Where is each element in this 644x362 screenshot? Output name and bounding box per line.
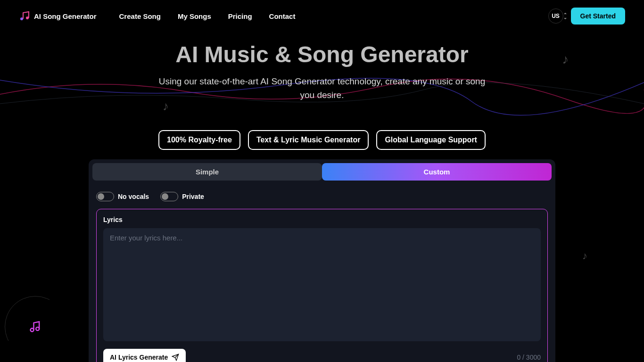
svg-point-2 [31, 329, 34, 332]
toggle-no-vocals-group: No vocals [96, 192, 149, 201]
logo-text: AI Song Generator [34, 12, 97, 20]
music-note-icon: ♪ [582, 250, 587, 262]
options-row: No vocals Private [89, 184, 555, 205]
nav-my-songs[interactable]: My Songs [178, 12, 211, 20]
hero-subtitle: Using our state-of-the-art AI Song Gener… [157, 75, 487, 102]
lyrics-footer: AI Lyrics Generate 0 / 3000 [103, 349, 541, 362]
header: AI Song Generator Create Song My Songs P… [0, 0, 644, 32]
hero-title: AI Music & Song Generator [0, 41, 644, 67]
nav: Create Song My Songs Pricing Contact [119, 12, 296, 20]
language-code: US [552, 13, 560, 19]
toggle-no-vocals-label: No vocals [118, 193, 149, 200]
toggle-private-label: Private [182, 193, 204, 200]
badge-text-lyric: Text & Lyric Music Generator [248, 130, 369, 150]
svg-point-3 [36, 327, 39, 330]
ai-generate-label: AI Lyrics Generate [110, 354, 168, 361]
send-icon [172, 354, 179, 361]
language-selector[interactable]: US [548, 8, 563, 24]
toggle-private-group: Private [160, 192, 204, 201]
nav-pricing[interactable]: Pricing [228, 12, 252, 20]
hero-section: AI Music & Song Generator Using our stat… [0, 32, 644, 116]
character-count: 0 / 3000 [517, 354, 541, 361]
nav-contact[interactable]: Contact [269, 12, 296, 20]
toggle-no-vocals[interactable] [96, 192, 114, 201]
get-started-button[interactable]: Get Started [571, 8, 625, 25]
logo[interactable]: AI Song Generator [19, 10, 97, 22]
header-right: US Get Started [548, 8, 625, 25]
generator-panel: Simple Custom No vocals Private Lyrics A… [89, 159, 555, 362]
mode-tabs: Simple Custom [89, 159, 555, 184]
lyrics-label: Lyrics [103, 216, 541, 223]
svg-point-1 [26, 16, 29, 19]
ai-lyrics-generate-button[interactable]: AI Lyrics Generate [103, 349, 186, 362]
toggle-private[interactable] [160, 192, 178, 201]
badge-global-language: Global Language Support [376, 130, 486, 150]
music-logo-icon [19, 10, 30, 22]
badge-royalty-free: 100% Royalty-free [158, 130, 240, 150]
feature-badges: 100% Royalty-free Text & Lyric Music Gen… [0, 130, 644, 150]
nav-create-song[interactable]: Create Song [119, 12, 161, 20]
lyrics-section: Lyrics AI Lyrics Generate 0 / 3000 [96, 209, 548, 362]
tab-simple[interactable]: Simple [92, 163, 322, 181]
music-icon [29, 320, 42, 333]
tab-custom[interactable]: Custom [322, 163, 552, 181]
lyrics-input[interactable] [103, 228, 541, 341]
floating-music-button[interactable] [19, 310, 52, 343]
svg-point-0 [20, 17, 23, 20]
